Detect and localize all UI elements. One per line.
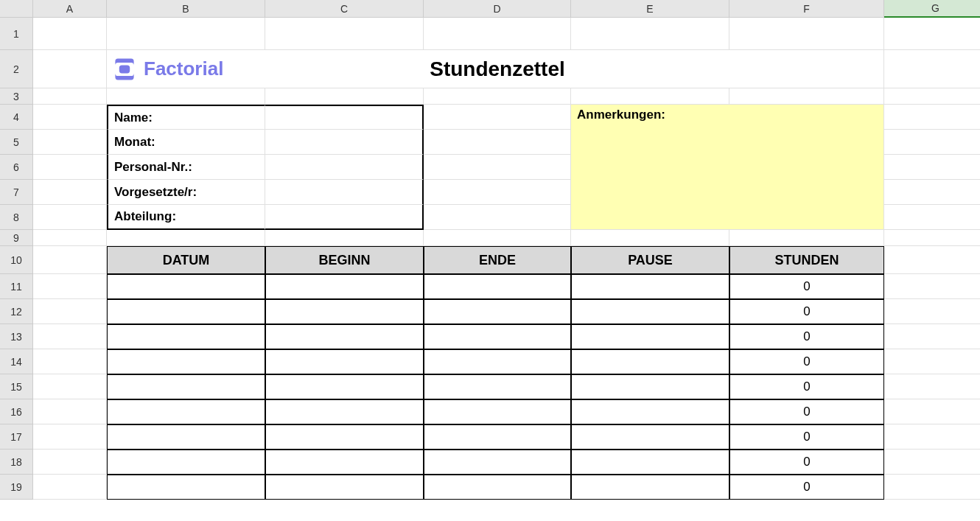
row-header-1[interactable]: 1 <box>0 18 33 50</box>
row-header-8[interactable]: 8 <box>0 205 33 230</box>
row-header-5[interactable]: 5 <box>0 130 33 155</box>
row-header-15[interactable]: 15 <box>0 374 33 399</box>
cell-d4[interactable] <box>424 105 571 130</box>
cell-g17[interactable] <box>884 424 980 450</box>
cell-g3[interactable] <box>884 88 980 105</box>
table-header-pause[interactable]: PAUSE <box>571 246 729 274</box>
col-header-f[interactable]: F <box>729 0 884 18</box>
table-row[interactable] <box>424 450 571 475</box>
cell-a18[interactable] <box>33 450 107 475</box>
info-supervisor-value[interactable] <box>265 180 424 205</box>
cell-d9[interactable] <box>424 230 571 246</box>
table-row[interactable] <box>107 450 265 475</box>
cell-g16[interactable] <box>884 399 980 424</box>
table-row[interactable] <box>424 475 571 500</box>
row-header-10[interactable]: 10 <box>0 246 33 274</box>
row-header-7[interactable]: 7 <box>0 180 33 205</box>
table-row[interactable] <box>265 324 424 349</box>
table-row[interactable] <box>571 424 729 450</box>
cell-g7[interactable] <box>884 180 980 205</box>
row-header-9[interactable]: 9 <box>0 230 33 246</box>
cell-c3[interactable] <box>265 88 424 105</box>
table-row[interactable]: 0 <box>729 324 884 349</box>
cell-a19[interactable] <box>33 475 107 500</box>
table-row[interactable]: 0 <box>729 349 884 374</box>
cell-f2[interactable] <box>729 50 884 88</box>
col-header-d[interactable]: D <box>424 0 571 18</box>
cell-a4[interactable] <box>33 105 107 130</box>
table-row[interactable] <box>424 274 571 299</box>
cell-a7[interactable] <box>33 180 107 205</box>
cell-g15[interactable] <box>884 374 980 399</box>
table-row[interactable]: 0 <box>729 299 884 324</box>
cell-d3[interactable] <box>424 88 571 105</box>
cell-g13[interactable] <box>884 324 980 349</box>
cell-b1[interactable] <box>107 18 265 50</box>
cell-g18[interactable] <box>884 450 980 475</box>
row-header-6[interactable]: 6 <box>0 155 33 180</box>
table-row[interactable] <box>571 324 729 349</box>
cell-g12[interactable] <box>884 299 980 324</box>
row-header-2[interactable]: 2 <box>0 50 33 88</box>
info-month-value[interactable] <box>265 130 424 155</box>
row-header-13[interactable]: 13 <box>0 324 33 349</box>
cell-b3[interactable] <box>107 88 265 105</box>
cell-a13[interactable] <box>33 324 107 349</box>
cell-g11[interactable] <box>884 274 980 299</box>
table-row[interactable] <box>265 299 424 324</box>
cell-g19[interactable] <box>884 475 980 500</box>
table-header-end[interactable]: ENDE <box>424 246 571 274</box>
col-header-a[interactable]: A <box>33 0 107 18</box>
table-header-begin[interactable]: BEGINN <box>265 246 424 274</box>
cell-a17[interactable] <box>33 424 107 450</box>
cell-e3[interactable] <box>571 88 729 105</box>
cell-a5[interactable] <box>33 130 107 155</box>
info-department-value[interactable] <box>265 205 424 230</box>
table-row[interactable] <box>424 349 571 374</box>
table-row[interactable] <box>265 399 424 424</box>
table-row[interactable] <box>424 424 571 450</box>
cell-a8[interactable] <box>33 205 107 230</box>
cell-a11[interactable] <box>33 274 107 299</box>
info-personnel-value[interactable] <box>265 155 424 180</box>
col-header-e[interactable]: E <box>571 0 729 18</box>
cell-e9[interactable] <box>571 230 729 246</box>
cell-b9[interactable] <box>107 230 265 246</box>
row-header-4[interactable]: 4 <box>0 105 33 130</box>
cell-c1[interactable] <box>265 18 424 50</box>
row-header-12[interactable]: 12 <box>0 299 33 324</box>
row-header-11[interactable]: 11 <box>0 274 33 299</box>
cell-a3[interactable] <box>33 88 107 105</box>
cell-g1[interactable] <box>884 18 980 50</box>
cell-d6[interactable] <box>424 155 571 180</box>
cell-d5[interactable] <box>424 130 571 155</box>
table-row[interactable]: 0 <box>729 450 884 475</box>
cell-d8[interactable] <box>424 205 571 230</box>
cell-a12[interactable] <box>33 299 107 324</box>
cell-g2[interactable] <box>884 50 980 88</box>
table-row[interactable] <box>571 450 729 475</box>
table-row[interactable] <box>571 274 729 299</box>
cell-g5[interactable] <box>884 130 980 155</box>
table-header-date[interactable]: DATUM <box>107 246 265 274</box>
cell-a16[interactable] <box>33 399 107 424</box>
cell-g14[interactable] <box>884 349 980 374</box>
table-row[interactable] <box>265 424 424 450</box>
table-row[interactable] <box>107 299 265 324</box>
col-header-b[interactable]: B <box>107 0 265 18</box>
table-row[interactable] <box>571 374 729 399</box>
cell-a10[interactable] <box>33 246 107 274</box>
table-row[interactable] <box>107 349 265 374</box>
cell-c9[interactable] <box>265 230 424 246</box>
cell-g4[interactable] <box>884 105 980 130</box>
cell-d7[interactable] <box>424 180 571 205</box>
row-header-16[interactable]: 16 <box>0 399 33 424</box>
table-row[interactable] <box>571 475 729 500</box>
table-row[interactable] <box>265 450 424 475</box>
table-row[interactable] <box>571 349 729 374</box>
cell-g10[interactable] <box>884 246 980 274</box>
cell-a15[interactable] <box>33 374 107 399</box>
row-header-19[interactable]: 19 <box>0 475 33 500</box>
table-row[interactable] <box>265 349 424 374</box>
table-row[interactable] <box>107 475 265 500</box>
